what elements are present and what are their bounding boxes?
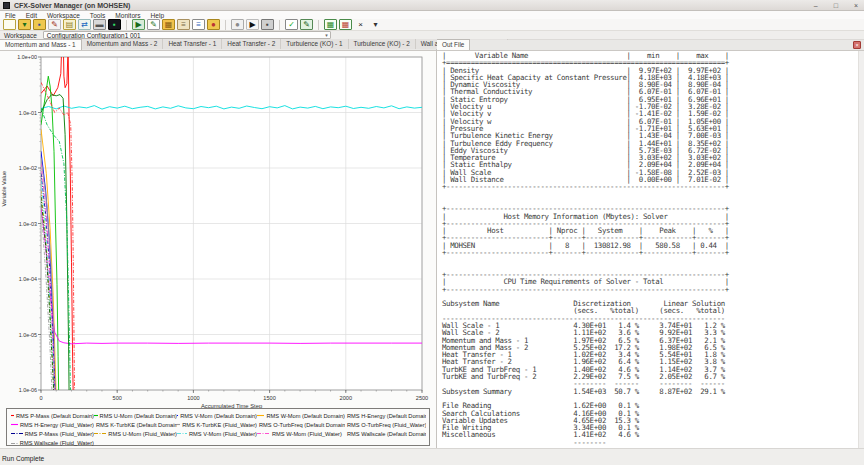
save-state-icon[interactable]: ▪ bbox=[261, 19, 274, 30]
stop-icon[interactable]: × bbox=[354, 19, 367, 30]
svg-text:1.0e-04: 1.0e-04 bbox=[19, 276, 37, 282]
svg-text:1.0e-02: 1.0e-02 bbox=[19, 165, 37, 171]
tab-heat-transfer-1[interactable]: Heat Transfer - 1 bbox=[163, 39, 222, 49]
archive-icon[interactable]: ● bbox=[207, 19, 220, 30]
edit-definition-icon[interactable]: ✎ bbox=[147, 19, 160, 30]
remote-host-icon[interactable]: ● bbox=[231, 19, 244, 30]
menu-edit[interactable]: Edit bbox=[21, 12, 42, 19]
legend-item: RMS H-Energy (Default Domain) bbox=[345, 413, 426, 419]
menu-tools[interactable]: Tools bbox=[85, 12, 110, 19]
svg-text:1.0e-03: 1.0e-03 bbox=[19, 221, 37, 227]
legend-item: RMS W-Mom (Default Domain) bbox=[257, 413, 345, 419]
toolbar-separator bbox=[225, 20, 226, 30]
chevron-down-icon: ▾ bbox=[325, 32, 330, 38]
menubar: FileEditWorkspaceToolsMonitorsHelp bbox=[0, 11, 864, 19]
toolbar-separator bbox=[279, 20, 280, 30]
svg-text:1.0e-06: 1.0e-06 bbox=[19, 387, 37, 393]
status-text: Run Complete bbox=[2, 455, 44, 462]
legend-item: RMS W-Mom (Fluid_Water) bbox=[257, 431, 345, 437]
maximize-button[interactable]: □ bbox=[834, 1, 838, 10]
refresh-icon[interactable]: ⇄ bbox=[78, 19, 91, 30]
cfx-solver-manager-window: CFX-Solver Manager (on MOHSEN) – □ × Fil… bbox=[0, 0, 864, 465]
monitor-panel: Momentum and Mass - 1Momentum and Mass -… bbox=[0, 40, 437, 448]
workspace-label: Workspace bbox=[0, 32, 43, 39]
out-file-text: | Variable Name | min | max | +=========… bbox=[437, 51, 858, 448]
tab-turbulence-ko-1[interactable]: Turbulence (KO) - 1 bbox=[281, 39, 348, 49]
close-button[interactable]: × bbox=[854, 1, 858, 10]
svg-text:1.0e-05: 1.0e-05 bbox=[19, 332, 37, 338]
legend-item: RMS K-TurbKE (Fluid_Water) bbox=[177, 422, 257, 428]
svg-text:1.0e-01: 1.0e-01 bbox=[19, 110, 37, 116]
legend-item: RMS Wallscale (Default Domain) bbox=[345, 431, 426, 437]
out-file-scrollbar[interactable] bbox=[858, 51, 864, 448]
edit-icon[interactable]: ✎ bbox=[48, 19, 61, 30]
menu-monitors[interactable]: Monitors bbox=[110, 12, 145, 19]
define-run-icon[interactable]: ▶ bbox=[132, 19, 145, 30]
toolbar-separator bbox=[126, 20, 127, 30]
save-file-icon[interactable]: ▪ bbox=[33, 19, 46, 30]
y-axis-title: Variable Value bbox=[1, 171, 7, 207]
legend-item: RMS V-Mom (Default Domain) bbox=[177, 413, 257, 419]
workspace-value: Configuration Configuration1 001 bbox=[47, 32, 141, 39]
more-icon[interactable]: ▾ bbox=[369, 19, 382, 30]
tab-out-file[interactable]: Out File bbox=[437, 39, 470, 50]
legend-item: RMS K-TurbKE (Default Domain) bbox=[94, 422, 177, 428]
window-title: CFX-Solver Manager (on MOHSEN) bbox=[14, 2, 130, 9]
print-icon[interactable]: ▬ bbox=[93, 19, 106, 30]
notes-icon[interactable]: ≡ bbox=[177, 19, 190, 30]
open-file-icon[interactable]: ▾ bbox=[18, 19, 31, 30]
monitor-tabbar: Momentum and Mass - 1Momentum and Mass -… bbox=[0, 40, 436, 51]
start-run-icon[interactable]: ▶ bbox=[246, 19, 259, 30]
legend-item: RMS P-Mass (Default Domain) bbox=[11, 413, 94, 419]
legend-item: RMS V-Mom (Fluid_Water) bbox=[177, 431, 257, 437]
legend-item: RMS O-TurbFreq (Default Domain) bbox=[257, 422, 345, 428]
tab-momentum-and-mass-1[interactable]: Momentum and Mass - 1 bbox=[0, 39, 82, 50]
svg-text:500: 500 bbox=[113, 395, 122, 401]
legend-item: RMS Wallscale (Fluid_Water) bbox=[11, 440, 94, 446]
solver-control-icon[interactable]: ▦ bbox=[162, 19, 175, 30]
out-file-close-button[interactable]: × bbox=[853, 41, 861, 49]
table-export-icon[interactable]: ▦ bbox=[339, 19, 352, 30]
report-icon[interactable]: ≡ bbox=[192, 19, 205, 30]
svg-text:2000: 2000 bbox=[340, 395, 352, 401]
main-area: Momentum and Mass - 1Momentum and Mass -… bbox=[0, 40, 864, 448]
svg-text:1500: 1500 bbox=[263, 395, 275, 401]
titlebar: CFX-Solver Manager (on MOHSEN) – □ × bbox=[0, 0, 864, 11]
svg-text:1.0e+00: 1.0e+00 bbox=[17, 54, 37, 60]
table-icon[interactable]: ▦ bbox=[324, 19, 337, 30]
toolbar: ▾▪✎▤⇄▬▪▶✎▦≡≡●●▶▪✓✎▦▦×▾ bbox=[0, 19, 864, 31]
svg-text:0: 0 bbox=[39, 395, 42, 401]
svg-text:1000: 1000 bbox=[187, 395, 199, 401]
menu-file[interactable]: File bbox=[0, 12, 21, 19]
tab-turbulence-ko-2[interactable]: Turbulence (KO) - 2 bbox=[349, 39, 416, 49]
tab-heat-transfer-2[interactable]: Heat Transfer - 2 bbox=[222, 39, 281, 49]
residual-chart: Variable Value 050010001500200025001.0e+… bbox=[0, 51, 437, 408]
monitor-edit-icon[interactable]: ✎ bbox=[300, 19, 313, 30]
new-file-icon[interactable] bbox=[3, 19, 16, 30]
chart-legend: RMS P-Mass (Default Domain)RMS U-Mom (De… bbox=[6, 408, 430, 446]
tab-momentum-and-mass-2[interactable]: Momentum and Mass - 2 bbox=[82, 39, 164, 49]
workspace-combobox[interactable]: Configuration Configuration1 001 ▾ bbox=[43, 31, 331, 39]
legend-item: RMS U-Mom (Fluid_Water) bbox=[94, 431, 177, 437]
out-file-tabbar: Out File × bbox=[437, 40, 864, 51]
copy-icon[interactable]: ▤ bbox=[63, 19, 76, 30]
svg-text:2500: 2500 bbox=[416, 395, 428, 401]
legend-item: RMS U-Mom (Default Domain) bbox=[94, 413, 177, 419]
display-icon[interactable]: ▪ bbox=[108, 19, 121, 30]
menu-help[interactable]: Help bbox=[146, 12, 170, 19]
monitor-check-icon[interactable]: ✓ bbox=[285, 19, 298, 30]
statusbar: Run Complete bbox=[0, 448, 864, 465]
toolbar-separator bbox=[318, 20, 319, 30]
minimize-button[interactable]: – bbox=[814, 1, 818, 10]
legend-item: RMS O-TurbFreq (Fluid_Water) bbox=[345, 422, 426, 428]
menu-workspace[interactable]: Workspace bbox=[42, 12, 85, 19]
app-icon bbox=[3, 2, 10, 9]
chart-canvas: 050010001500200025001.0e+001.0e-011.0e-0… bbox=[0, 51, 437, 408]
out-file-panel: Out File × | Variable Name | min | max |… bbox=[437, 40, 864, 448]
legend-item: RMS H-Energy (Fluid_Water) bbox=[11, 422, 94, 428]
legend-item: RMS P-Mass (Fluid_Water) bbox=[11, 431, 94, 437]
